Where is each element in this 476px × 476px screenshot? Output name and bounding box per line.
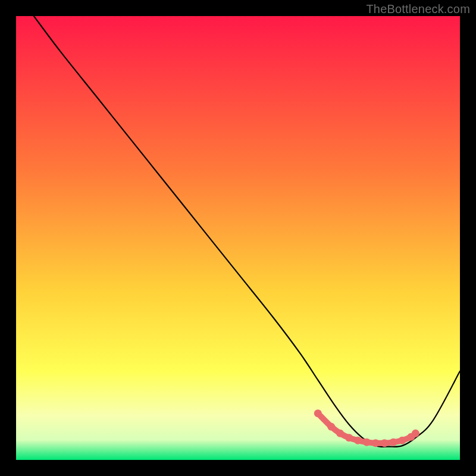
optimal-band-markers-marker <box>336 430 344 437</box>
chart-stage: TheBottleneck.com <box>0 0 476 476</box>
optimal-band-markers-marker <box>412 430 419 437</box>
gradient-background <box>16 16 460 460</box>
optimal-band-markers-marker <box>314 409 322 417</box>
optimal-band-markers-marker <box>372 439 380 447</box>
optimal-band-markers-marker <box>354 437 362 444</box>
optimal-band-markers-marker <box>363 439 371 446</box>
optimal-band-markers-marker <box>327 423 335 431</box>
optimal-band-markers-marker <box>381 439 389 447</box>
watermark-label: TheBottleneck.com <box>366 2 470 16</box>
optimal-band-markers-marker <box>399 437 406 444</box>
optimal-band-markers-marker <box>390 439 397 446</box>
bottleneck-chart <box>0 0 476 476</box>
optimal-band-markers-marker <box>345 434 353 441</box>
